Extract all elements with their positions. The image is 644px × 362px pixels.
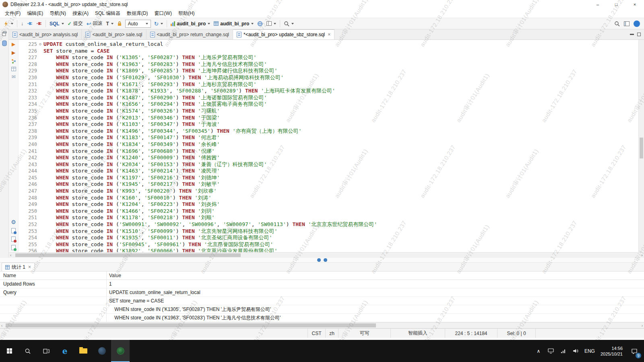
scroll-right-arrow[interactable]: › xyxy=(642,253,643,257)
network-tray-icon[interactable] xyxy=(557,340,570,362)
results-row[interactable]: QueryUPDATE custom_online_sale_return_lo… xyxy=(0,288,644,297)
action-center-button[interactable]: 9 xyxy=(626,340,642,362)
results-column-header[interactable]: Name xyxy=(0,272,107,280)
maximize-button[interactable]: □ xyxy=(607,0,625,9)
menu-item[interactable]: 文件(F) xyxy=(2,9,24,18)
connect-button[interactable] xyxy=(25,20,34,27)
file-explorer-button[interactable] xyxy=(74,340,93,362)
tray-expand-button[interactable]: ∧ xyxy=(533,340,545,362)
editor-horizontal-scrollbar[interactable]: ‹ › xyxy=(9,252,644,258)
results-row[interactable]: WHEN store_code IN ('K1963', 'SF00283') … xyxy=(0,314,644,322)
scrollbar-thumb[interactable] xyxy=(640,138,643,158)
workbench: <audit_bi_pro> analysis.sql<audit_bi_pro… xyxy=(0,29,644,258)
task-view-button[interactable] xyxy=(37,340,56,362)
sql-menu-label: SQL xyxy=(50,21,60,27)
sql-menu-button[interactable]: SQL xyxy=(48,20,66,28)
code-text: WHEN store_code IN ('K1656', 'SF00294') … xyxy=(43,101,267,108)
monitor-tray-icon[interactable] xyxy=(545,340,557,362)
language-indicator[interactable]: ENG xyxy=(582,340,597,362)
menu-item[interactable]: 导航(N) xyxy=(46,9,69,18)
running-app-button[interactable] xyxy=(111,340,130,362)
sql-code-editor[interactable]: 225⊖UPDATE custom_online_sale_return_loc… xyxy=(19,40,638,252)
taskbar-search-button[interactable] xyxy=(19,340,37,362)
sql-string-token: 'K1197' xyxy=(119,175,141,181)
search-menu-button[interactable] xyxy=(282,20,295,28)
menu-item[interactable]: 数据库(D) xyxy=(124,9,151,18)
database-navigator-icon[interactable] xyxy=(2,40,7,46)
globe-button[interactable] xyxy=(256,20,264,28)
minimize-editor-icon[interactable] xyxy=(630,34,634,35)
volume-tray-icon[interactable] xyxy=(570,340,582,362)
sql-string-token: 'SF00224' xyxy=(147,208,175,214)
disconnect-button[interactable] xyxy=(35,20,43,27)
export-data-button[interactable]: ✉ xyxy=(11,74,15,80)
sash-collapse-down-button[interactable] xyxy=(324,258,327,262)
delete-script-button[interactable] xyxy=(11,237,16,242)
scroll-left-arrow[interactable]: ‹ xyxy=(10,253,11,257)
code-line: 240 WHEN store_code IN ('K1834', 'SF0034… xyxy=(19,141,638,148)
sql-keyword-token: WHEN xyxy=(56,195,68,201)
pinned-app-button[interactable] xyxy=(93,340,111,362)
panel-layout-button[interactable] xyxy=(265,20,278,27)
sql-keyword-token: THEN xyxy=(182,214,194,220)
editor-results-sash[interactable] xyxy=(0,258,644,263)
editor-tab[interactable]: <audit_bi_pro> sale.sql xyxy=(82,29,146,39)
tab-close-icon[interactable]: × xyxy=(28,264,31,270)
editor-tab[interactable]: *<audit_bi_pro> update_sbz_store.sql× xyxy=(233,29,334,39)
script-templates-button[interactable] xyxy=(11,245,16,250)
results-horizontal-scrollbar[interactable]: ‹ › xyxy=(0,322,644,328)
menu-item[interactable]: 窗口(W) xyxy=(151,9,175,18)
save-script-button[interactable] xyxy=(11,228,16,233)
menu-item[interactable]: 编辑(E) xyxy=(24,9,46,18)
results-row[interactable]: SET store_name = CASE xyxy=(0,297,644,305)
close-button[interactable]: × xyxy=(625,0,644,9)
fold-collapse-icon[interactable]: ⊖ xyxy=(37,41,43,48)
fetch-button[interactable]: ↓ xyxy=(19,20,25,28)
scroll-left-arrow[interactable]: ‹ xyxy=(1,323,2,328)
maximize-editor-icon[interactable] xyxy=(637,33,641,36)
results-row[interactable]: WHEN store_code IN ('K1305', 'SF00287') … xyxy=(0,305,644,314)
database-selector[interactable]: audit_bi_pro xyxy=(169,20,212,28)
results-row[interactable]: Updated Rows1 xyxy=(0,280,644,288)
dbeaver-perspective-icon[interactable] xyxy=(634,21,640,27)
statusbar-item: 224 : 5 : 14184 xyxy=(445,329,497,338)
menu-item[interactable]: 帮助(H) xyxy=(175,9,198,18)
start-button[interactable] xyxy=(0,340,19,362)
refresh-history-button[interactable]: ↻ xyxy=(153,20,165,27)
open-perspective-icon[interactable] xyxy=(624,21,630,26)
explain-plan-button[interactable] xyxy=(11,59,16,64)
browser-button[interactable]: e xyxy=(56,340,74,362)
lock-button[interactable] xyxy=(116,20,124,27)
sash-collapse-up-button[interactable] xyxy=(317,258,321,262)
restore-view-button[interactable] xyxy=(2,31,7,36)
execute-script-button[interactable]: ▶ xyxy=(12,50,15,56)
taskbar-clock[interactable]: 14:56 2025/10/21 xyxy=(597,340,626,362)
sql-string-token: 'K1574' xyxy=(119,108,141,114)
scrollbar-thumb[interactable] xyxy=(6,323,376,327)
editor-tab[interactable]: <audit_bi_pro> return_change.sql xyxy=(147,29,233,39)
search-icon[interactable] xyxy=(614,21,620,27)
execute-statement-button[interactable]: ▶ xyxy=(12,42,15,47)
transaction-mode-button[interactable]: T xyxy=(104,20,115,28)
results-column-header[interactable]: Value xyxy=(107,272,644,280)
menu-item[interactable]: 搜索(A) xyxy=(69,9,92,18)
editor-vertical-scrollbar[interactable] xyxy=(638,40,644,252)
menu-item[interactable]: SQL 编辑器 xyxy=(92,9,124,18)
fold-gutter xyxy=(37,115,43,121)
results-tab-statistics[interactable]: 统计 1 × xyxy=(2,263,35,271)
editor-tab[interactable]: <audit_bi_pro> analysis.sql xyxy=(9,29,82,39)
rollback-button[interactable]: ↩ 回滚 xyxy=(85,19,104,28)
sql-keyword-token: THEN xyxy=(182,54,194,60)
new-sql-editor-button[interactable] xyxy=(2,19,15,28)
scrollbar-thumb[interactable] xyxy=(15,253,241,257)
settings-gear-button[interactable]: ⚙ xyxy=(11,220,16,225)
grid-view-button[interactable] xyxy=(11,67,16,71)
commit-mode-combo[interactable]: Auto xyxy=(125,20,151,28)
tab-close-icon[interactable]: × xyxy=(328,32,330,37)
taskbar: e ∧ ENG 14:56 2025/10/21 xyxy=(0,340,644,362)
scroll-right-arrow[interactable]: › xyxy=(642,323,643,328)
sql-keyword-token: WHEN xyxy=(56,154,68,160)
schema-selector[interactable]: audit_bi_pro xyxy=(212,20,255,28)
commit-button[interactable]: ✓ 提交 xyxy=(66,19,85,28)
minimize-button[interactable]: – xyxy=(588,0,607,9)
